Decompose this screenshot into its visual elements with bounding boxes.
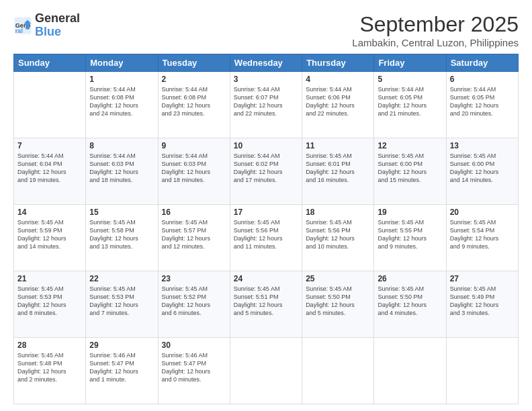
day-number: 11 (306, 141, 370, 150)
header: Gene ral General Blue September 2025 Lam… (13, 12, 519, 48)
day-number: 29 (89, 340, 154, 350)
day-info: Sunrise: 5:44 AM Sunset: 6:03 PM Dayligh… (162, 152, 226, 185)
day-info: Sunrise: 5:46 AM Sunset: 5:47 PM Dayligh… (89, 351, 154, 384)
calendar-week-4: 28Sunrise: 5:45 AM Sunset: 5:48 PM Dayli… (14, 338, 519, 404)
calendar-cell: 27Sunrise: 5:45 AM Sunset: 5:49 PM Dayli… (446, 271, 518, 338)
calendar-cell: 11Sunrise: 5:45 AM Sunset: 6:01 PM Dayli… (302, 138, 374, 205)
day-info: Sunrise: 5:45 AM Sunset: 5:59 PM Dayligh… (17, 218, 82, 251)
day-info: Sunrise: 5:45 AM Sunset: 5:57 PM Dayligh… (162, 218, 226, 251)
calendar-week-3: 21Sunrise: 5:45 AM Sunset: 5:53 PM Dayli… (14, 271, 519, 338)
day-info: Sunrise: 5:45 AM Sunset: 5:50 PM Dayligh… (378, 285, 442, 318)
calendar-cell (230, 338, 302, 404)
calendar-cell: 28Sunrise: 5:45 AM Sunset: 5:48 PM Dayli… (14, 338, 86, 404)
main-title: September 2025 (352, 12, 519, 37)
calendar-cell: 26Sunrise: 5:45 AM Sunset: 5:50 PM Dayli… (374, 271, 446, 338)
day-info: Sunrise: 5:45 AM Sunset: 5:56 PM Dayligh… (234, 218, 298, 251)
logo-icon: Gene ral (13, 16, 32, 35)
calendar-cell (374, 338, 446, 404)
day-number: 27 (450, 274, 515, 283)
calendar-cell: 12Sunrise: 5:45 AM Sunset: 6:00 PM Dayli… (374, 138, 446, 205)
calendar-header-monday: Monday (86, 54, 158, 72)
calendar-header-thursday: Thursday (302, 54, 374, 72)
calendar-cell: 4Sunrise: 5:44 AM Sunset: 6:06 PM Daylig… (302, 72, 374, 138)
calendar-cell: 21Sunrise: 5:45 AM Sunset: 5:53 PM Dayli… (14, 271, 86, 338)
day-info: Sunrise: 5:45 AM Sunset: 5:50 PM Dayligh… (306, 285, 370, 318)
calendar-table: SundayMondayTuesdayWednesdayThursdayFrid… (13, 54, 519, 404)
day-info: Sunrise: 5:45 AM Sunset: 5:53 PM Dayligh… (17, 285, 82, 318)
calendar-header-sunday: Sunday (14, 54, 86, 72)
day-info: Sunrise: 5:44 AM Sunset: 6:08 PM Dayligh… (89, 85, 154, 118)
day-info: Sunrise: 5:45 AM Sunset: 5:51 PM Dayligh… (234, 285, 298, 318)
calendar-cell: 23Sunrise: 5:45 AM Sunset: 5:52 PM Dayli… (158, 271, 230, 338)
day-info: Sunrise: 5:44 AM Sunset: 6:05 PM Dayligh… (378, 85, 442, 118)
day-info: Sunrise: 5:45 AM Sunset: 6:00 PM Dayligh… (450, 152, 515, 185)
day-info: Sunrise: 5:45 AM Sunset: 5:48 PM Dayligh… (17, 351, 82, 384)
calendar-cell: 6Sunrise: 5:44 AM Sunset: 6:05 PM Daylig… (446, 72, 518, 138)
day-number: 12 (378, 141, 442, 150)
subtitle: Lambakin, Central Luzon, Philippines (352, 37, 519, 48)
day-info: Sunrise: 5:44 AM Sunset: 6:07 PM Dayligh… (234, 85, 298, 118)
day-number: 1 (89, 75, 154, 84)
title-block: September 2025 Lambakin, Central Luzon, … (352, 12, 519, 48)
day-info: Sunrise: 5:45 AM Sunset: 6:01 PM Dayligh… (306, 152, 370, 185)
svg-text:ral: ral (15, 28, 23, 34)
day-number: 18 (306, 208, 370, 217)
day-number: 30 (162, 340, 226, 350)
calendar-cell: 9Sunrise: 5:44 AM Sunset: 6:03 PM Daylig… (158, 138, 230, 205)
calendar-cell: 10Sunrise: 5:44 AM Sunset: 6:02 PM Dayli… (230, 138, 302, 205)
calendar-cell: 25Sunrise: 5:45 AM Sunset: 5:50 PM Dayli… (302, 271, 374, 338)
day-info: Sunrise: 5:44 AM Sunset: 6:08 PM Dayligh… (162, 85, 226, 118)
calendar-cell (14, 72, 86, 138)
day-number: 4 (306, 75, 370, 84)
calendar-cell: 7Sunrise: 5:44 AM Sunset: 6:04 PM Daylig… (14, 138, 86, 205)
day-number: 28 (17, 340, 82, 350)
day-number: 7 (17, 141, 82, 150)
calendar-cell: 16Sunrise: 5:45 AM Sunset: 5:57 PM Dayli… (158, 205, 230, 271)
calendar-cell: 8Sunrise: 5:44 AM Sunset: 6:03 PM Daylig… (86, 138, 158, 205)
day-number: 10 (234, 141, 298, 150)
calendar-cell: 19Sunrise: 5:45 AM Sunset: 5:55 PM Dayli… (374, 205, 446, 271)
day-info: Sunrise: 5:45 AM Sunset: 5:58 PM Dayligh… (89, 218, 154, 251)
day-number: 23 (162, 274, 226, 283)
calendar-cell: 24Sunrise: 5:45 AM Sunset: 5:51 PM Dayli… (230, 271, 302, 338)
day-info: Sunrise: 5:44 AM Sunset: 6:02 PM Dayligh… (234, 152, 298, 185)
calendar-cell (446, 338, 518, 404)
page: Gene ral General Blue September 2025 Lam… (0, 0, 532, 411)
calendar-header-tuesday: Tuesday (158, 54, 230, 72)
day-number: 24 (234, 274, 298, 283)
day-info: Sunrise: 5:45 AM Sunset: 5:56 PM Dayligh… (306, 218, 370, 251)
day-number: 5 (378, 75, 442, 84)
day-number: 22 (89, 274, 154, 283)
day-info: Sunrise: 5:44 AM Sunset: 6:06 PM Dayligh… (306, 85, 370, 118)
calendar-cell: 30Sunrise: 5:46 AM Sunset: 5:47 PM Dayli… (158, 338, 230, 404)
day-info: Sunrise: 5:45 AM Sunset: 5:55 PM Dayligh… (378, 218, 442, 251)
calendar-cell: 3Sunrise: 5:44 AM Sunset: 6:07 PM Daylig… (230, 72, 302, 138)
calendar-cell: 13Sunrise: 5:45 AM Sunset: 6:00 PM Dayli… (446, 138, 518, 205)
calendar-week-1: 7Sunrise: 5:44 AM Sunset: 6:04 PM Daylig… (14, 138, 519, 205)
logo-text: General Blue (35, 12, 80, 39)
day-number: 21 (17, 274, 82, 283)
day-info: Sunrise: 5:45 AM Sunset: 6:00 PM Dayligh… (378, 152, 442, 185)
day-number: 26 (378, 274, 442, 283)
day-number: 6 (450, 75, 515, 84)
calendar-cell: 14Sunrise: 5:45 AM Sunset: 5:59 PM Dayli… (14, 205, 86, 271)
logo: Gene ral General Blue (13, 12, 80, 39)
day-info: Sunrise: 5:45 AM Sunset: 5:53 PM Dayligh… (89, 285, 154, 318)
calendar-week-0: 1Sunrise: 5:44 AM Sunset: 6:08 PM Daylig… (14, 72, 519, 138)
calendar-cell: 20Sunrise: 5:45 AM Sunset: 5:54 PM Dayli… (446, 205, 518, 271)
day-info: Sunrise: 5:44 AM Sunset: 6:03 PM Dayligh… (89, 152, 154, 185)
day-number: 25 (306, 274, 370, 283)
day-number: 3 (234, 75, 298, 84)
calendar-cell: 1Sunrise: 5:44 AM Sunset: 6:08 PM Daylig… (86, 72, 158, 138)
calendar-header-wednesday: Wednesday (230, 54, 302, 72)
calendar-cell: 5Sunrise: 5:44 AM Sunset: 6:05 PM Daylig… (374, 72, 446, 138)
day-info: Sunrise: 5:45 AM Sunset: 5:52 PM Dayligh… (162, 285, 226, 318)
calendar-cell: 2Sunrise: 5:44 AM Sunset: 6:08 PM Daylig… (158, 72, 230, 138)
calendar-header-row: SundayMondayTuesdayWednesdayThursdayFrid… (14, 54, 519, 72)
calendar-cell: 22Sunrise: 5:45 AM Sunset: 5:53 PM Dayli… (86, 271, 158, 338)
calendar-header-saturday: Saturday (446, 54, 518, 72)
calendar-cell: 15Sunrise: 5:45 AM Sunset: 5:58 PM Dayli… (86, 205, 158, 271)
calendar-cell: 18Sunrise: 5:45 AM Sunset: 5:56 PM Dayli… (302, 205, 374, 271)
logo-line1: General (35, 12, 80, 26)
day-info: Sunrise: 5:45 AM Sunset: 5:54 PM Dayligh… (450, 218, 515, 251)
